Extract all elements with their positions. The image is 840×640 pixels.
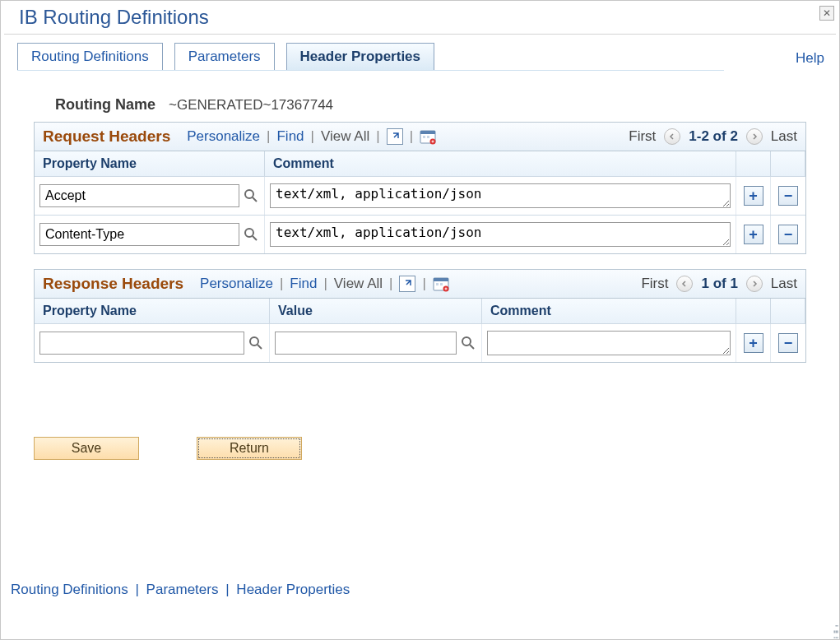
divider <box>4 34 836 35</box>
chevron-right-icon[interactable] <box>746 276 763 292</box>
find-link[interactable]: Find <box>276 128 304 145</box>
property-name-input[interactable] <box>39 223 239 246</box>
footer-links: Routing Definitions | Parameters | Heade… <box>11 582 350 598</box>
svg-rect-2 <box>423 136 425 138</box>
separator: | <box>422 276 425 292</box>
nav-last-label[interactable]: Last <box>771 276 797 292</box>
request-headers-grid: Request Headers Personalize | Find | Vie… <box>34 122 806 254</box>
chevron-left-icon[interactable] <box>676 276 693 292</box>
view-all-link[interactable]: View All <box>334 276 383 292</box>
svg-line-15 <box>258 345 262 349</box>
response-grid-title: Response Headers <box>43 275 183 293</box>
svg-rect-10 <box>434 278 448 281</box>
routing-name-row: Routing Name ~GENERATED~17367744 <box>55 96 806 114</box>
table-row: + − <box>35 215 805 253</box>
nav-first-label[interactable]: First <box>641 276 668 292</box>
help-link[interactable]: Help <box>796 50 824 67</box>
view-all-link[interactable]: View All <box>321 128 369 145</box>
delete-row-button[interactable]: − <box>778 225 798 244</box>
modal-window: ✕ IB Routing Definitions Help Routing De… <box>0 0 840 640</box>
title-bar: IB Routing Definitions <box>1 1 839 34</box>
request-grid-columns: Property Name Comment <box>35 151 805 176</box>
col-comment: Comment <box>482 299 736 323</box>
comment-input[interactable] <box>270 222 731 247</box>
col-property-name: Property Name <box>35 151 265 176</box>
value-input[interactable] <box>275 332 457 355</box>
request-grid-header: Request Headers Personalize | Find | Vie… <box>35 123 805 151</box>
svg-rect-11 <box>436 283 439 285</box>
chevron-right-icon[interactable] <box>746 128 763 145</box>
footer-link-routing-definitions[interactable]: Routing Definitions <box>11 582 128 597</box>
separator: | <box>410 128 413 145</box>
separator: | <box>280 276 283 292</box>
table-row: + − <box>35 176 805 215</box>
nav-first-label[interactable]: First <box>629 128 656 145</box>
tab-routing-definitions[interactable]: Routing Definitions <box>17 43 163 71</box>
tab-parameters[interactable]: Parameters <box>174 43 275 71</box>
comment-input[interactable] <box>270 183 731 208</box>
delete-row-button[interactable]: − <box>778 186 798 206</box>
lookup-icon[interactable] <box>248 334 264 352</box>
chevron-left-icon[interactable] <box>664 128 680 145</box>
popout-icon[interactable] <box>387 128 403 145</box>
lookup-icon[interactable] <box>460 334 476 352</box>
separator: | <box>225 582 229 597</box>
footer-link-header-properties[interactable]: Header Properties <box>236 582 350 597</box>
col-comment: Comment <box>265 151 736 176</box>
col-delete <box>771 299 805 323</box>
property-name-input[interactable] <box>39 184 239 207</box>
add-row-button[interactable]: + <box>744 333 763 353</box>
col-property-name: Property Name <box>35 299 270 323</box>
tab-header-properties[interactable]: Header Properties <box>286 43 434 71</box>
save-button[interactable]: Save <box>34 437 139 460</box>
col-value: Value <box>270 299 482 323</box>
svg-line-8 <box>253 236 257 240</box>
nav-range: 1-2 of 2 <box>689 128 738 145</box>
response-grid-header: Response Headers Personalize | Find | Vi… <box>35 270 805 298</box>
add-row-button[interactable]: + <box>744 186 763 206</box>
col-add <box>736 151 771 176</box>
table-row: + − <box>35 323 805 362</box>
popout-icon[interactable] <box>399 276 415 292</box>
download-icon[interactable] <box>433 276 449 292</box>
content: Routing Name ~GENERATED~17367744 Request… <box>1 72 839 460</box>
separator: | <box>135 582 138 597</box>
svg-line-6 <box>253 197 257 202</box>
request-grid-title: Request Headers <box>43 128 170 146</box>
separator: | <box>323 276 327 292</box>
property-name-input[interactable] <box>39 332 244 355</box>
svg-point-14 <box>250 337 258 346</box>
personalize-link[interactable]: Personalize <box>200 276 273 292</box>
routing-name-label: Routing Name <box>55 96 155 114</box>
find-link[interactable]: Find <box>290 276 317 292</box>
separator: | <box>389 276 392 292</box>
page-title: IB Routing Definitions <box>19 6 824 29</box>
nav-range: 1 of 1 <box>701 276 737 292</box>
separator: | <box>376 128 379 145</box>
tab-bar: Routing Definitions Parameters Header Pr… <box>17 43 839 71</box>
separator: | <box>267 128 270 145</box>
close-icon[interactable]: ✕ <box>819 6 834 21</box>
svg-point-5 <box>245 190 253 198</box>
tab-underline <box>17 70 724 71</box>
separator: | <box>311 128 314 145</box>
nav-last-label[interactable]: Last <box>771 128 797 145</box>
delete-row-button[interactable]: − <box>778 333 798 353</box>
return-button[interactable]: Return <box>197 437 302 460</box>
response-grid-tools: Personalize | Find | View All | | First <box>200 276 797 292</box>
comment-input[interactable] <box>487 331 731 355</box>
response-grid-columns: Property Name Value Comment <box>35 298 805 323</box>
button-row: Save Return <box>34 437 806 460</box>
col-delete <box>771 151 805 176</box>
personalize-link[interactable]: Personalize <box>187 128 260 145</box>
lookup-icon[interactable] <box>243 225 259 243</box>
lookup-icon[interactable] <box>243 187 259 205</box>
response-grid-nav: First 1 of 1 Last <box>641 276 797 292</box>
add-row-button[interactable]: + <box>744 225 763 244</box>
request-grid-nav: First 1-2 of 2 Last <box>629 128 797 145</box>
footer-link-parameters[interactable]: Parameters <box>146 582 219 597</box>
svg-rect-3 <box>427 136 429 138</box>
svg-point-16 <box>462 337 471 346</box>
svg-rect-1 <box>420 131 435 134</box>
download-icon[interactable] <box>420 128 436 145</box>
